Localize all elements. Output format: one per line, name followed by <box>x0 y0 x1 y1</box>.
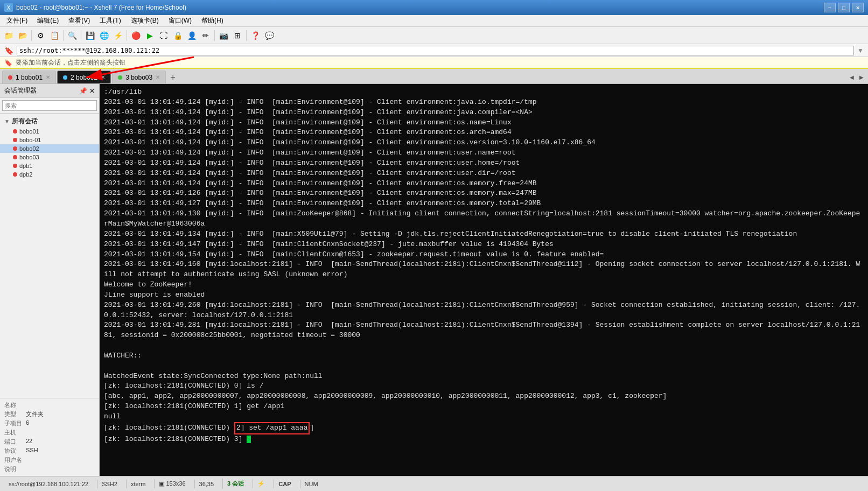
tab-bobo03[interactable]: 3 bobo03 ✕ <box>112 71 166 83</box>
tab-scroll-left[interactable]: ◀ <box>848 71 856 83</box>
prop-label-protocol: 协议 <box>4 447 26 455</box>
tree-group-header-all[interactable]: ▼ 所有会话 <box>0 116 99 127</box>
tab-label-3: 3 bobo03 <box>125 74 152 81</box>
prop-value-protocol: SSH <box>26 447 38 455</box>
term-line-2: 2021-03-01 13:01:49,124 [myid:] - INFO [… <box>104 108 864 118</box>
address-dropdown-icon[interactable]: ▼ <box>857 47 864 54</box>
status-dims: ▣ 153x36 <box>154 479 190 488</box>
prop-label-type: 类型 <box>4 410 26 418</box>
address-input[interactable] <box>17 46 854 55</box>
tree-dot-bobo01 <box>13 129 17 134</box>
term-line-23 <box>104 361 864 371</box>
toolbar-sep-1 <box>31 30 32 41</box>
toolbar-sep-3 <box>81 30 81 41</box>
tree-group-all: ▼ 所有会话 bobo01 bobo-01 bobo02 bobo0 <box>0 116 99 179</box>
help-button[interactable]: ❓ <box>249 29 262 42</box>
prop-row-username: 用户名 <box>0 455 99 465</box>
toolbar-btn-10[interactable]: 👤 <box>185 29 198 42</box>
toolbar-btn-2[interactable]: 📋 <box>48 29 61 42</box>
tab-label-2: 2 bobo02 <box>71 74 97 81</box>
prop-label-port: 端口 <box>4 438 26 446</box>
tree-label-bobo-01: bobo-01 <box>19 137 41 143</box>
main-area: 会话管理器 📌 ✕ ▼ 所有会话 bobo01 bobo <box>0 84 868 476</box>
toolbar-sep-6 <box>246 30 247 41</box>
sidebar: 会话管理器 📌 ✕ ▼ 所有会话 bobo01 bobo <box>0 84 100 476</box>
prop-label-username: 用户名 <box>4 456 26 464</box>
tree-item-bobo03[interactable]: bobo03 <box>0 153 99 162</box>
new-session-button[interactable]: 📁 <box>2 29 15 42</box>
close-button[interactable]: ✕ <box>852 3 864 12</box>
prop-value-port: 22 <box>26 438 32 446</box>
tree-group-label-all: 所有会话 <box>12 117 38 126</box>
tree-dot-bobo-01 <box>13 138 17 142</box>
chat-button[interactable]: 💬 <box>263 29 276 42</box>
title-bar-text: bobo02 - root@bobo01:~ - Xshell 7 (Free … <box>16 4 186 11</box>
menu-file[interactable]: 文件(F) <box>2 15 32 26</box>
prop-label-host: 主机 <box>4 429 26 437</box>
prop-label-notes: 说明 <box>4 465 26 473</box>
minimize-button[interactable]: − <box>824 3 836 12</box>
tab-close-2[interactable]: ✕ <box>101 74 105 80</box>
new-tab-button[interactable]: + <box>167 72 179 83</box>
toolbar-btn-9[interactable]: 🔒 <box>171 29 184 42</box>
term-line-24: WatchedEvent state:SyncConnected type:No… <box>104 371 864 382</box>
toolbar-btn-4[interactable]: 🌐 <box>97 29 110 42</box>
status-num: NUM <box>300 480 323 488</box>
tree-item-dpb1[interactable]: dpb1 <box>0 162 99 170</box>
toolbar-btn-3[interactable]: 💾 <box>83 29 96 42</box>
sidebar-pin-button[interactable]: 📌 <box>79 87 87 95</box>
search-button[interactable]: 🔍 <box>66 29 79 42</box>
prop-row-name: 名称 <box>0 401 99 410</box>
tab-dot-1 <box>8 75 12 80</box>
toolbar-btn-5[interactable]: ⚡ <box>111 29 124 42</box>
toolbar-btn-7[interactable]: ▶ <box>143 29 156 42</box>
term-line-10: 2021-03-01 13:01:49,126 [myid:] - INFO [… <box>104 188 864 199</box>
menu-window[interactable]: 窗口(W) <box>164 15 196 26</box>
term-line-30: [zk: localhost:2181(CONNECTED) 3] <box>104 434 864 445</box>
tree-item-bobo01[interactable]: bobo01 <box>0 127 99 136</box>
tree-item-bobo-01[interactable]: bobo-01 <box>0 136 99 144</box>
term-line-29: [zk: localhost:2181(CONNECTED) 2] set /a… <box>104 422 864 434</box>
toolbar-btn-13[interactable]: ⊞ <box>231 29 244 42</box>
term-line-15: 2021-03-01 13:01:49,154 [myid:] - INFO [… <box>104 250 864 260</box>
term-line-12: 2021-03-01 13:01:49,130 [myid:] - INFO [… <box>104 209 864 229</box>
menu-tabs[interactable]: 选项卡(B) <box>127 15 163 26</box>
term-line-20: 2021-03-01 13:01:49,281 [myid:localhost:… <box>104 320 864 341</box>
menu-bar: 文件(F) 编辑(E) 查看(V) 工具(T) 选项卡(B) 窗口(W) 帮助(… <box>0 15 868 27</box>
menu-help[interactable]: 帮助(H) <box>197 15 228 26</box>
prop-row-host: 主机 <box>0 428 99 437</box>
term-line-13: 2021-03-01 13:01:49,134 [myid:] - INFO [… <box>104 229 864 240</box>
toolbar-btn-11[interactable]: ✏ <box>199 29 212 42</box>
open-button[interactable]: 📂 <box>16 29 29 42</box>
title-bar-left: X bobo02 - root@bobo01:~ - Xshell 7 (Fre… <box>4 3 186 12</box>
tree-item-bobo02[interactable]: bobo02 <box>0 144 99 153</box>
tree-item-dpb2[interactable]: dpb2 <box>0 170 99 179</box>
term-line-28: null <box>104 412 864 422</box>
tab-close-1[interactable]: ✕ <box>46 74 50 80</box>
tab-close-3[interactable]: ✕ <box>156 74 160 80</box>
restore-button[interactable]: □ <box>838 3 850 12</box>
toolbar-btn-12[interactable]: 📷 <box>217 29 230 42</box>
prop-value-children: 6 <box>26 419 29 427</box>
tab-bobo01[interactable]: 1 bobo01 ✕ <box>2 71 56 83</box>
tab-bobo02[interactable]: 2 bobo02 ✕ <box>57 71 111 83</box>
term-line-7: 2021-03-01 13:01:49,124 [myid:] - INFO [… <box>104 158 864 169</box>
tab-scroll-right[interactable]: ▶ <box>857 71 866 83</box>
menu-edit[interactable]: 编辑(E) <box>33 15 63 26</box>
prop-row-port: 端口 22 <box>0 437 99 446</box>
terminal[interactable]: :/usr/lib 2021-03-01 13:01:49,124 [myid:… <box>100 84 868 476</box>
menu-view[interactable]: 查看(V) <box>64 15 94 26</box>
sidebar-search-input[interactable] <box>2 100 97 111</box>
prop-row-type: 类型 文件夹 <box>0 410 99 419</box>
sidebar-close-button[interactable]: ✕ <box>89 87 95 95</box>
term-line-14: 2021-03-01 13:01:49,147 [myid:] - INFO [… <box>104 240 864 250</box>
term-line-9: 2021-03-01 13:01:49,124 [myid:] - INFO [… <box>104 179 864 189</box>
tree-dot-dpb2 <box>13 172 17 177</box>
prop-label-children: 子项目 <box>4 419 26 427</box>
status-dims-text: ▣ <box>159 480 166 487</box>
settings-button[interactable]: ⚙ <box>34 29 47 42</box>
menu-tools[interactable]: 工具(T) <box>95 15 125 26</box>
toolbar-btn-8[interactable]: ⛶ <box>157 29 170 42</box>
toolbar-btn-6[interactable]: 🔴 <box>129 29 142 42</box>
tab-label-1: 1 bobo01 <box>16 74 43 81</box>
